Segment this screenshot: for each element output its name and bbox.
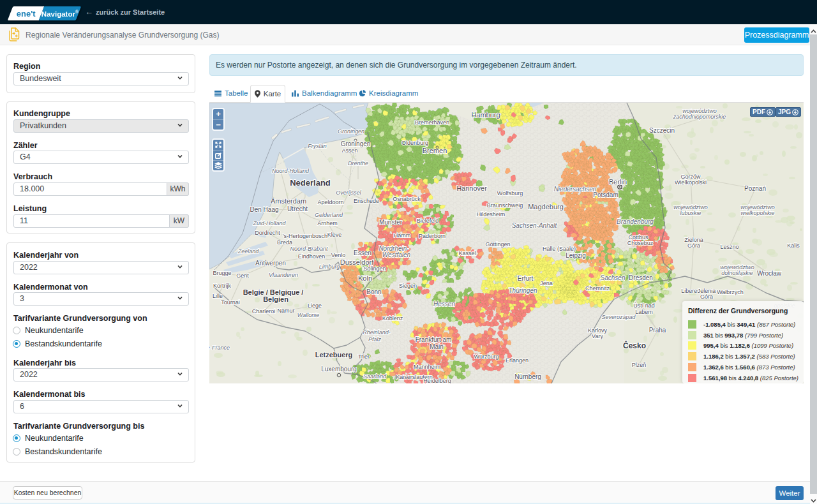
svg-text:Wallonie: Wallonie <box>297 312 319 318</box>
svg-text:Jena: Jena <box>540 280 553 286</box>
svg-text:Westfalen: Westfalen <box>382 251 411 258</box>
svg-text:Oldenburg: Oldenburg <box>401 140 428 146</box>
svg-text:Apeldoorn: Apeldoorn <box>317 199 343 205</box>
svg-text:Vlaanderen: Vlaanderen <box>269 272 298 278</box>
svg-text:Labem: Labem <box>635 309 653 315</box>
svg-text:Zeeland: Zeeland <box>237 248 260 255</box>
svg-text:Göttingen: Göttingen <box>485 241 510 248</box>
svg-text:Frankfurt am: Frankfurt am <box>416 336 452 343</box>
svg-text:Noord-Brabant: Noord-Brabant <box>290 246 328 252</box>
svg-text:Den Haag: Den Haag <box>250 206 278 213</box>
svg-text:Koblenz: Koblenz <box>382 315 403 322</box>
svg-text:Leszno: Leszno <box>720 244 738 250</box>
svg-text:Halle (Saale): Halle (Saale) <box>543 246 576 252</box>
svg-text:Erlangen: Erlangen <box>506 357 528 364</box>
svg-text:Lille: Lille <box>213 293 223 299</box>
svg-text:Leipzig: Leipzig <box>566 252 586 259</box>
svg-text:Köln: Köln <box>358 274 372 282</box>
svg-text:Ústí nad: Ústí nad <box>633 302 655 309</box>
svg-text:Belgien: Belgien <box>263 295 289 303</box>
svg-text:Kortrijk: Kortrijk <box>213 283 232 289</box>
svg-text:Chemnitz: Chemnitz <box>585 285 610 292</box>
svg-text:Amsterdam: Amsterdam <box>271 197 306 205</box>
svg-text:Münster: Münster <box>379 219 403 226</box>
svg-text:Hessen: Hessen <box>433 300 455 308</box>
svg-text:Praha: Praha <box>649 327 666 334</box>
svg-text:Wolfsburg: Wolfsburg <box>497 190 523 196</box>
svg-text:Essen: Essen <box>354 249 371 256</box>
svg-text:Bielefeld: Bielefeld <box>417 218 439 224</box>
svg-text:Kleve: Kleve <box>327 232 342 238</box>
svg-text:Poznań: Poznań <box>744 185 766 192</box>
svg-text:Dordrecht: Dordrecht <box>255 230 280 236</box>
svg-text:Paderborn: Paderborn <box>419 233 446 239</box>
svg-text:Hamburg: Hamburg <box>471 111 500 119</box>
svg-text:Würzburg: Würzburg <box>474 353 498 360</box>
svg-text:Heidelberg: Heidelberg <box>423 378 451 383</box>
svg-text:Siegen: Siegen <box>399 283 417 289</box>
svg-text:Liege: Liege <box>308 302 322 309</box>
svg-text:Groningen: Groningen <box>341 140 371 147</box>
svg-text:Osnabrück: Osnabrück <box>393 196 421 202</box>
svg-text:Luxembourg: Luxembourg <box>321 366 357 373</box>
svg-text:Pfalz: Pfalz <box>368 336 382 343</box>
svg-text:Drenthe: Drenthe <box>348 160 368 167</box>
svg-text:Saarland: Saarland <box>363 373 387 380</box>
svg-text:Hildesheim: Hildesheim <box>477 211 506 218</box>
svg-text:Assen: Assen <box>341 147 357 154</box>
svg-text:Letzebuerg: Letzebuerg <box>315 351 353 359</box>
svg-text:Overijssel: Overijssel <box>336 189 362 196</box>
svg-text:Kassel: Kassel <box>458 250 476 256</box>
svg-text:Wrocław: Wrocław <box>757 270 782 277</box>
svg-text:Chosebuz: Chosebuz <box>627 240 654 246</box>
svg-text:Nederland: Nederland <box>290 178 331 188</box>
svg-text:Gent: Gent <box>236 272 249 279</box>
svg-text:Bonn: Bonn <box>366 288 381 295</box>
svg-text:Szczecin: Szczecin <box>649 127 675 134</box>
svg-text:Vary: Vary <box>592 333 603 339</box>
svg-text:Brandenburg: Brandenburg <box>617 218 654 225</box>
svg-text:'s-Hertogenbosch: 's-Hertogenbosch <box>283 233 327 239</box>
svg-text:Brugge: Brugge <box>213 270 231 276</box>
svg-text:Utrecht: Utrecht <box>287 205 308 212</box>
svg-text:Main: Main <box>430 343 444 350</box>
svg-text:wielkopolskie: wielkopolskie <box>740 210 774 216</box>
svg-text:Thüringen: Thüringen <box>508 287 537 294</box>
svg-text:Eindhoven: Eindhoven <box>298 253 326 260</box>
svg-text:Góra: Góra <box>700 293 713 300</box>
svg-text:lubuskie: lubuskie <box>680 210 701 216</box>
svg-text:Česko: Česko <box>623 341 646 350</box>
svg-text:Hannover: Hannover <box>456 184 487 192</box>
svg-text:Kalis: Kalis <box>787 242 800 249</box>
svg-text:Hamm: Hamm <box>394 232 411 239</box>
svg-text:Góra: Góra <box>687 242 700 249</box>
svg-text:Tournai: Tournai <box>221 299 240 306</box>
svg-text:Plzeň: Plzeň <box>632 362 647 368</box>
svg-text:Noord-Holland: Noord-Holland <box>272 168 310 174</box>
svg-text:Antwerpen: Antwerpen <box>255 260 286 267</box>
svg-text:Wielkopolski: Wielkopolski <box>675 179 707 186</box>
svg-text:Rheinland-: Rheinland- <box>363 329 391 336</box>
svg-text:Bremerhaven: Bremerhaven <box>415 119 449 126</box>
svg-text:Gelderland: Gelderland <box>315 212 343 218</box>
svg-text:Sachsen: Sachsen <box>601 274 626 281</box>
svg-text:dolnośląskie: dolnośląskie <box>721 270 753 276</box>
svg-text:Bremen: Bremen <box>423 147 447 154</box>
svg-text:Zuid-Holland: Zuid-Holland <box>252 220 286 226</box>
svg-text:Trier: Trier <box>358 353 370 360</box>
svg-text:Dresden: Dresden <box>629 274 653 281</box>
svg-text:Mannheim: Mannheim <box>414 364 440 370</box>
svg-text:Groningen: Groningen <box>338 128 364 135</box>
svg-text:Solingen: Solingen <box>363 265 386 272</box>
svg-text:Erfurt: Erfurt <box>518 275 534 282</box>
svg-text:Limburg: Limburg <box>319 263 340 270</box>
svg-text:Namur: Namur <box>277 308 294 314</box>
svg-text:Fryslân: Fryslân <box>308 143 327 149</box>
svg-text:Braunschweig: Braunschweig <box>487 202 523 209</box>
svg-text:Charleroi: Charleroi <box>252 308 276 315</box>
svg-text:Wałbrzych: Wałbrzych <box>717 289 744 295</box>
svg-text:Venlo: Venlo <box>331 252 346 258</box>
svg-text:Sachsen-Anhalt: Sachsen-Anhalt <box>512 222 558 229</box>
svg-text:Severozápad: Severozápad <box>601 314 636 320</box>
svg-text:Niedersachsen: Niedersachsen <box>554 186 597 193</box>
